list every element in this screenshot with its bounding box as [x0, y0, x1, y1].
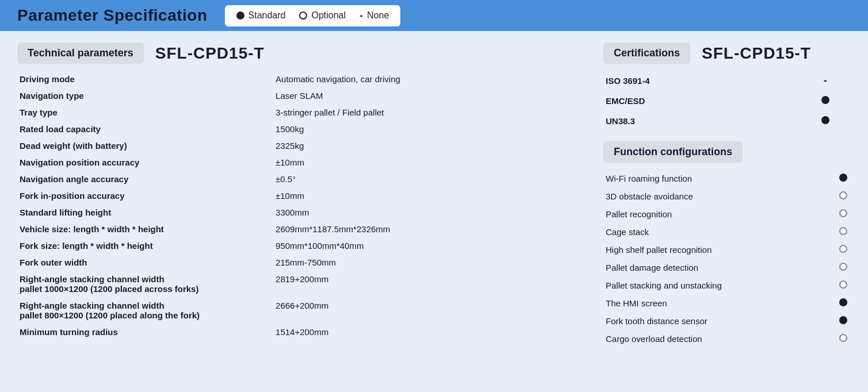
filled-dot-icon [839, 316, 847, 324]
table-row: Tray type3-stringer pallet / Field palle… [17, 104, 586, 121]
table-row: Minimum turning radius1514+200mm [17, 324, 586, 340]
cert-label: UN38.3 [603, 111, 800, 131]
param-value: 1500kg [273, 121, 586, 137]
func-label: Cage stack [603, 223, 825, 241]
table-row: The HMI screen [603, 294, 851, 312]
func-indicator [825, 223, 851, 241]
empty-dot-icon [839, 191, 847, 199]
cert-label: ISO 3691-4 [603, 71, 800, 91]
tech-params-header: Technical parameters SFL-CPD15-T [17, 43, 586, 64]
certifications-section: Certifications SFL-CPD15-T ISO 3691-4-EM… [603, 43, 851, 131]
cert-model: SFL-CPD15-T [702, 44, 811, 63]
param-value: ±10mm [273, 187, 586, 204]
standard-label: Standard [248, 10, 286, 21]
filled-dot-icon [839, 174, 847, 182]
legend-optional: Optional [299, 10, 346, 21]
func-indicator [825, 241, 851, 259]
func-table: Wi-Fi roaming function3D obstacle avoida… [603, 170, 851, 348]
table-row: High shelf pallet recognition [603, 241, 851, 259]
table-row: 3D obstacle avoidance [603, 187, 851, 205]
optional-label: Optional [311, 10, 346, 21]
table-row: UN38.3 [603, 111, 851, 131]
param-label: Navigation position accuracy [17, 154, 273, 171]
param-label: Standard lifting height [17, 204, 273, 221]
cert-header: Certifications SFL-CPD15-T [603, 43, 851, 64]
func-indicator [825, 259, 851, 276]
param-value: ±10mm [273, 154, 586, 171]
param-value: 2819+200mm [273, 271, 586, 297]
func-label: 3D obstacle avoidance [603, 187, 825, 205]
param-value: 215mm-750mm [273, 254, 586, 271]
func-indicator [825, 294, 851, 312]
func-label: High shelf pallet recognition [603, 241, 825, 259]
param-value: 950mm*100mm*40mm [273, 237, 586, 254]
tech-params-model: SFL-CPD15-T [155, 44, 265, 63]
cert-label: EMC/ESD [603, 91, 800, 111]
func-label: Pallet recognition [603, 205, 825, 223]
param-value: 2325kg [273, 137, 586, 154]
table-row: ISO 3691-4- [603, 71, 851, 91]
table-row: Navigation angle accuracy±0.5° [17, 171, 586, 187]
table-row: Fork outer width215mm-750mm [17, 254, 586, 271]
param-label: Navigation angle accuracy [17, 171, 273, 187]
table-row: EMC/ESD [603, 91, 851, 111]
filled-dot-icon [839, 298, 847, 306]
param-label: Tray type [17, 104, 273, 121]
func-label: Pallet damage detection [603, 259, 825, 276]
param-value: 2609mm*1187.5mm*2326mm [273, 221, 586, 237]
empty-dot-icon [839, 227, 847, 235]
empty-dot-icon [839, 334, 847, 342]
param-label: Dead weight (with battery) [17, 137, 273, 154]
legend-bar: Standard Optional - None [225, 5, 401, 26]
func-indicator [825, 170, 851, 187]
optional-dot-icon [299, 11, 307, 20]
param-value: 3-stringer pallet / Field pallet [273, 104, 586, 121]
func-indicator [825, 276, 851, 294]
right-sections: Certifications SFL-CPD15-T ISO 3691-4-EM… [603, 43, 851, 348]
table-row: Dead weight (with battery)2325kg [17, 137, 586, 154]
func-label: Fork tooth distance sensor [603, 312, 825, 330]
none-dash-icon: - [360, 10, 363, 22]
cert-label: Certifications [603, 43, 690, 64]
param-value: Laser SLAM [273, 87, 586, 104]
page-title: Parameter Specification [17, 6, 219, 25]
func-indicator [825, 330, 851, 348]
header: Parameter Specification Standard Optiona… [0, 0, 868, 31]
table-row: Standard lifting height3300mm [17, 204, 586, 221]
param-value: 2666+200mm [273, 297, 586, 324]
func-indicator [825, 187, 851, 205]
table-row: Pallet damage detection [603, 259, 851, 276]
func-indicator [825, 312, 851, 330]
param-label: Right-angle stacking channel widthpallet… [17, 271, 273, 297]
table-row: Pallet stacking and unstacking [603, 276, 851, 294]
table-row: Right-angle stacking channel widthpallet… [17, 297, 586, 324]
right-panel: Certifications SFL-CPD15-T ISO 3691-4-EM… [603, 43, 851, 348]
param-label: Fork outer width [17, 254, 273, 271]
functions-section: Function configurations Wi-Fi roaming fu… [603, 141, 851, 348]
param-label: Driving mode [17, 71, 273, 87]
filled-dot-icon [821, 116, 829, 124]
table-row: Wi-Fi roaming function [603, 170, 851, 187]
cert-table: ISO 3691-4-EMC/ESDUN38.3 [603, 71, 851, 131]
tech-params-label: Technical parameters [17, 43, 144, 64]
func-label: Wi-Fi roaming function [603, 170, 825, 187]
param-label: Minimum turning radius [17, 324, 273, 340]
func-indicator [825, 205, 851, 223]
param-label: Navigation type [17, 87, 273, 104]
func-header: Function configurations [603, 141, 851, 163]
table-row: Fork in-position accuracy±10mm [17, 187, 586, 204]
table-row: Rated load capacity1500kg [17, 121, 586, 137]
empty-dot-icon [839, 263, 847, 271]
left-panel: Technical parameters SFL-CPD15-T Driving… [17, 43, 586, 348]
param-value: ±0.5° [273, 171, 586, 187]
param-label: Right-angle stacking channel widthpallet… [17, 297, 273, 324]
param-label: Rated load capacity [17, 121, 273, 137]
standard-dot-icon [236, 11, 244, 20]
table-row: Right-angle stacking channel widthpallet… [17, 271, 586, 297]
table-row: Fork tooth distance sensor [603, 312, 851, 330]
param-label: Vehicle size: length * width * height [17, 221, 273, 237]
filled-dot-icon [821, 96, 829, 104]
table-row: Navigation typeLaser SLAM [17, 87, 586, 104]
legend-standard: Standard [236, 10, 286, 21]
cert-indicator [800, 91, 851, 111]
